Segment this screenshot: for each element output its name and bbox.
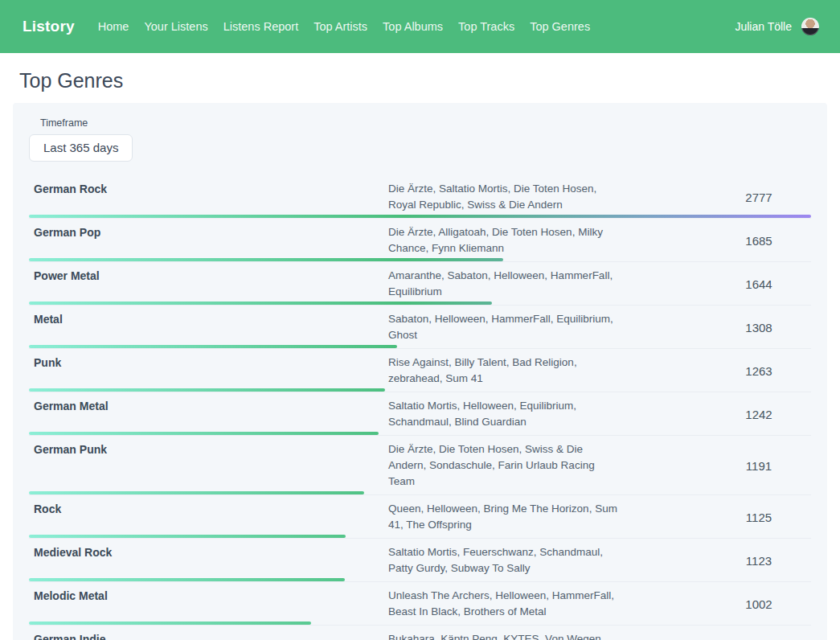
genre-bar-track (29, 578, 811, 581)
genre-top-artists: Rise Against, Billy Talent, Bad Religion… (388, 355, 623, 387)
genre-name: German Indie (29, 631, 388, 640)
timeframe-label: Timeframe (40, 117, 811, 129)
genre-row: Medieval Rock Saltatio Mortis, Feuerschw… (29, 539, 811, 582)
genre-row: German Pop Die Ärzte, Alligatoah, Die To… (29, 219, 811, 262)
genre-top-artists: Saltatio Mortis, Helloween, Equilibrium,… (388, 398, 623, 430)
brand-logo[interactable]: Listory (23, 18, 75, 35)
nav-item-top-genres[interactable]: Top Genres (530, 20, 590, 33)
genre-listen-count: 1125 (707, 511, 811, 524)
genre-name: Punk (29, 355, 388, 387)
nav-item-listens-report[interactable]: Listens Report (223, 20, 299, 33)
page-title: Top Genres (19, 69, 840, 92)
genre-bar-track (29, 345, 811, 348)
genre-bar-track (29, 388, 811, 392)
genre-bar-track (29, 491, 811, 494)
genre-row: German Indie Bukahara, Käptn Peng, KYTES… (29, 626, 811, 640)
genre-row: German Metal Saltatio Mortis, Helloween,… (29, 392, 811, 436)
genre-row: Metal Sabaton, Helloween, HammerFall, Eq… (29, 306, 811, 349)
nav-item-top-artists[interactable]: Top Artists (313, 20, 367, 33)
genre-bar (29, 622, 311, 625)
genre-top-artists: Unleash The Archers, Helloween, HammerFa… (388, 588, 623, 620)
top-genres-card: Timeframe Last 365 days German Rock Die … (13, 103, 827, 640)
genre-name: Melodic Metal (29, 588, 388, 620)
user-avatar[interactable] (801, 18, 819, 35)
genre-bar (29, 432, 379, 435)
genre-bar (29, 535, 346, 538)
genre-bar-track (29, 215, 811, 218)
genre-name: Metal (29, 311, 388, 343)
genre-bar-track (29, 432, 811, 435)
nav-item-top-albums[interactable]: Top Albums (383, 20, 443, 33)
genre-bar (29, 258, 503, 261)
genre-top-artists: Sabaton, Helloween, HammerFall, Equilibr… (388, 311, 623, 343)
user-name: Julian Tölle (735, 20, 792, 33)
nav-item-top-tracks[interactable]: Top Tracks (458, 20, 514, 33)
genre-bar (29, 491, 364, 494)
genre-name: German Pop (29, 224, 388, 256)
genre-listen-count: 1685 (707, 234, 811, 248)
genre-name: German Rock (29, 181, 388, 213)
user-chip[interactable]: Julian Tölle (735, 18, 819, 35)
genre-bar (29, 215, 811, 218)
genre-row: Power Metal Amaranthe, Sabaton, Hellowee… (29, 262, 811, 306)
genre-top-artists: Saltatio Mortis, Feuerschwanz, Schandmau… (388, 544, 623, 576)
genre-name: Power Metal (29, 268, 388, 300)
genre-listen-count: 1242 (707, 408, 811, 421)
genre-table: German Rock Die Ärzte, Saltatio Mortis, … (29, 175, 811, 640)
genre-bar (29, 345, 397, 348)
genre-listen-count: 1191 (707, 459, 811, 473)
genre-listen-count: 2777 (707, 191, 811, 204)
genre-bar-track (29, 535, 811, 538)
genre-top-artists: Amaranthe, Sabaton, Helloween, HammerFal… (388, 268, 623, 300)
genre-listen-count: 1263 (707, 364, 811, 378)
top-navbar: Listory HomeYour ListensListens ReportTo… (0, 0, 840, 53)
genre-listen-count: 1002 (707, 597, 811, 611)
genre-bar (29, 388, 385, 392)
genre-top-artists: Queen, Helloween, Bring Me The Horizon, … (388, 501, 623, 533)
timeframe-select[interactable]: Last 365 days (29, 134, 133, 162)
genre-row: Rock Queen, Helloween, Bring Me The Hori… (29, 495, 811, 539)
genre-listen-count: 1644 (707, 277, 811, 291)
genre-top-artists: Die Ärzte, Alligatoah, Die Toten Hosen, … (388, 224, 623, 256)
genre-bar (29, 578, 345, 581)
nav-item-home[interactable]: Home (98, 20, 129, 33)
genre-listen-count: 1123 (707, 554, 811, 568)
genre-name: German Punk (29, 441, 388, 490)
nav-links: HomeYour ListensListens ReportTop Artist… (98, 20, 712, 33)
genre-row: German Rock Die Ärzte, Saltatio Mortis, … (29, 175, 811, 219)
genre-bar-track (29, 622, 811, 625)
genre-top-artists: Bukahara, Käptn Peng, KYTES, Von Wegen L… (388, 631, 623, 640)
genre-top-artists: Die Ärzte, Saltatio Mortis, Die Toten Ho… (388, 181, 623, 213)
genre-name: Rock (29, 501, 388, 533)
nav-item-your-listens[interactable]: Your Listens (144, 20, 207, 33)
genre-row: Melodic Metal Unleash The Archers, Hello… (29, 582, 811, 626)
timeframe-filter: Timeframe Last 365 days (29, 117, 811, 162)
genre-name: Medieval Rock (29, 544, 388, 576)
genre-bar-track (29, 302, 811, 305)
genre-name: German Metal (29, 398, 388, 430)
genre-bar-track (29, 258, 811, 261)
genre-listen-count: 1308 (707, 321, 811, 334)
genre-row: Punk Rise Against, Billy Talent, Bad Rel… (29, 349, 811, 392)
genre-row: German Punk Die Ärzte, Die Toten Hosen, … (29, 436, 811, 495)
genre-bar (29, 302, 492, 305)
genre-top-artists: Die Ärzte, Die Toten Hosen, Swiss & Die … (388, 441, 623, 490)
